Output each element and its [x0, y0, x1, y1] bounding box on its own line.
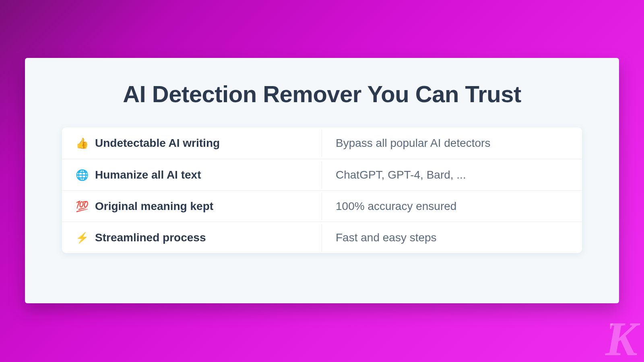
table-row: 💯 Original meaning kept 100% accuracy en… [62, 190, 582, 222]
hundred-icon: 💯 [76, 200, 89, 213]
feature-cell: 🌐 Humanize all AI text [62, 161, 322, 189]
table-row: 🌐 Humanize all AI text ChatGPT, GPT-4, B… [62, 159, 582, 190]
feature-detail: ChatGPT, GPT-4, Bard, ... [322, 161, 582, 189]
feature-card: AI Detection Remover You Can Trust 👍 Und… [25, 58, 619, 303]
watermark-logo: 'K [607, 311, 635, 362]
feature-label: Streamlined process [95, 231, 206, 244]
table-row: ⚡ Streamlined process Fast and easy step… [62, 222, 582, 253]
feature-cell: 💯 Original meaning kept [62, 193, 322, 220]
feature-label: Humanize all AI text [95, 169, 201, 181]
feature-label: Original meaning kept [95, 200, 213, 213]
feature-detail: Bypass all popular AI detectors [322, 130, 582, 157]
lightning-icon: ⚡ [76, 231, 89, 244]
feature-detail: Fast and easy steps [322, 224, 582, 251]
thumbs-up-icon: 👍 [76, 137, 89, 150]
feature-label: Undetectable AI writing [95, 137, 220, 150]
globe-icon: 🌐 [76, 169, 89, 181]
feature-table: 👍 Undetectable AI writing Bypass all pop… [62, 128, 582, 253]
page-title: AI Detection Remover You Can Trust [25, 80, 619, 107]
feature-detail: 100% accuracy ensured [322, 193, 582, 220]
feature-cell: 👍 Undetectable AI writing [62, 130, 322, 157]
table-row: 👍 Undetectable AI writing Bypass all pop… [62, 128, 582, 159]
page-background: AI Detection Remover You Can Trust 👍 Und… [0, 0, 644, 362]
feature-cell: ⚡ Streamlined process [62, 224, 322, 251]
